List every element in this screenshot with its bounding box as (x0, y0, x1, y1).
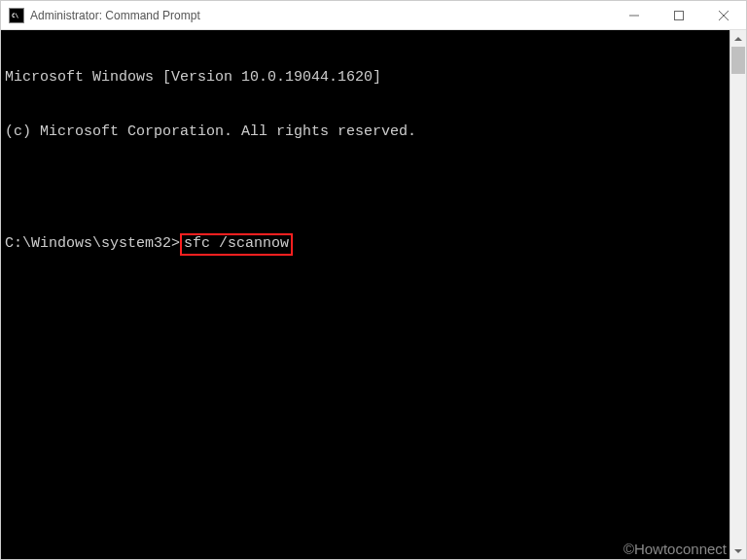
maximize-button[interactable] (657, 1, 701, 30)
output-line: Microsoft Windows [Version 10.0.19044.16… (5, 69, 726, 88)
output-line: (c) Microsoft Corporation. All rights re… (5, 123, 726, 142)
scroll-up-arrow-icon[interactable] (730, 30, 746, 47)
terminal-output[interactable]: Microsoft Windows [Version 10.0.19044.16… (1, 30, 729, 559)
prompt-line: C:\Windows\system32>sfc /scannow (5, 233, 726, 256)
svg-rect-3 (675, 12, 684, 20)
titlebar[interactable]: C\ Administrator: Command Prompt (1, 1, 746, 30)
scroll-track[interactable] (730, 47, 746, 542)
blank-line (5, 179, 726, 197)
window-title: Administrator: Command Prompt (30, 9, 612, 22)
command-prompt-window: C\ Administrator: Command Prompt Microso… (0, 0, 747, 560)
scroll-thumb[interactable] (731, 47, 745, 74)
close-button[interactable] (701, 1, 746, 30)
svg-text:C\: C\ (12, 12, 19, 18)
svg-marker-7 (734, 549, 742, 553)
prompt-text: C:\Windows\system32> (5, 235, 180, 252)
window-controls (612, 1, 746, 29)
highlighted-command: sfc /scannow (180, 233, 293, 256)
minimize-button[interactable] (612, 1, 657, 30)
scroll-down-arrow-icon[interactable] (730, 542, 746, 559)
svg-marker-6 (734, 37, 742, 41)
terminal-container: Microsoft Windows [Version 10.0.19044.16… (1, 30, 746, 559)
app-icon: C\ (9, 8, 24, 23)
vertical-scrollbar[interactable] (729, 30, 746, 559)
